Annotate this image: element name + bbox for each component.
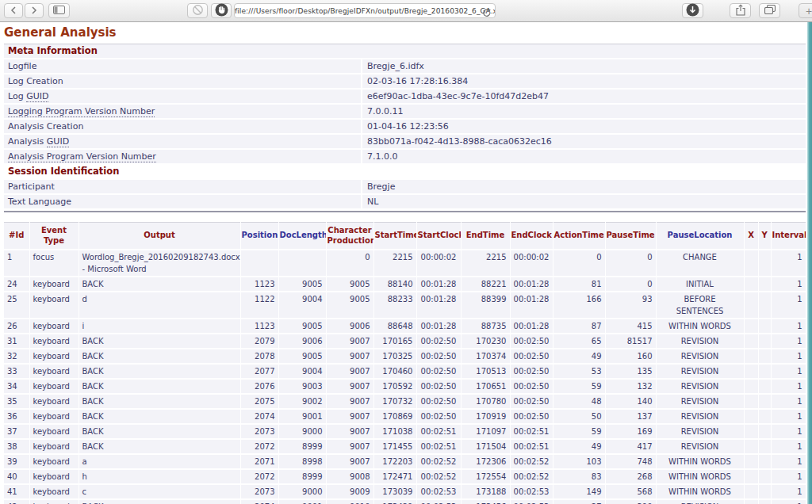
sidebar-button[interactable] <box>48 3 70 18</box>
cell-character-production: 9007 <box>326 349 373 364</box>
cell-y <box>758 409 771 424</box>
info-row: Analysis GUID83bb071a-f042-4d13-8988-cac… <box>4 135 806 150</box>
cell-pauselocation: REVISION <box>656 334 744 349</box>
cell-position: 2076 <box>240 379 278 394</box>
column-header-character-production: Character Production <box>326 223 373 250</box>
share-button[interactable] <box>730 3 751 18</box>
cell-doclength: 9006 <box>278 334 326 349</box>
cell-x <box>744 250 758 277</box>
cell--id: 42 <box>4 499 29 504</box>
cell-y <box>758 292 771 319</box>
cell-starttime: 173429 <box>373 499 416 504</box>
cell-x <box>744 349 758 364</box>
section-divider <box>4 211 806 212</box>
event-row: 35keyboardBACK20759002900717073200:02:50… <box>4 394 806 409</box>
cell-endclock: 00:00:02 <box>510 250 553 277</box>
scrollbar-strip[interactable] <box>807 22 812 504</box>
cell-position: 1123 <box>240 319 278 334</box>
cell-starttime: 172471 <box>373 469 416 484</box>
hand-blocker-button[interactable] <box>211 3 232 18</box>
cell-starttime: 88648 <box>373 319 416 334</box>
cell-output: BACK <box>79 277 240 292</box>
browser-toolbar: file:///Users/floor/Desktop/BregjeIDFXn/… <box>0 0 812 22</box>
cell-x <box>744 424 758 439</box>
cell-x <box>744 439 758 454</box>
cell-interval: 1 <box>771 250 806 277</box>
cell-output: BACK <box>79 349 240 364</box>
cell-y <box>758 349 771 364</box>
cell-pauselocation: CHANGE <box>656 250 744 277</box>
cell-endclock: 00:02:50 <box>510 379 553 394</box>
column-header-endtime: EndTime <box>461 223 510 250</box>
cell-pausetime: 268 <box>605 469 656 484</box>
cell-y <box>758 499 771 504</box>
cell-endtime: 173188 <box>461 484 510 499</box>
cell-position: 2072 <box>240 439 278 454</box>
cell-doclength: 9002 <box>278 394 326 409</box>
event-row: 34keyboardBACK20769003900717059200:02:50… <box>4 379 806 394</box>
cell-y <box>758 454 771 469</box>
info-label: Text Language <box>4 195 362 208</box>
cell-endtime: 2215 <box>461 250 510 277</box>
cell-pausetime: 140 <box>605 394 656 409</box>
info-value: Bregje <box>362 180 806 193</box>
cell-y <box>758 379 771 394</box>
forward-button[interactable] <box>25 3 44 18</box>
cell-x <box>744 484 758 499</box>
cell-position: 2071 <box>240 454 278 469</box>
cell-endtime: 88221 <box>461 277 510 292</box>
info-row: Analysis Creation01-04-16 12:23:56 <box>4 120 806 135</box>
address-bar[interactable]: file:///Users/floor/Desktop/BregjeIDFXn/… <box>234 3 496 18</box>
cell-endclock: 00:02:52 <box>510 469 553 484</box>
cell-y <box>758 394 771 409</box>
content-blocker-button[interactable] <box>187 3 208 18</box>
cell-doclength: 9005 <box>278 319 326 334</box>
cell-position: 2074 <box>240 409 278 424</box>
cell-pauselocation: REVISION <box>656 349 744 364</box>
info-value: 7.1.0.0 <box>362 150 806 163</box>
cell-starttime: 170325 <box>373 349 416 364</box>
info-value: 01-04-16 12:23:56 <box>362 120 806 133</box>
cell-endtime: 172554 <box>461 469 510 484</box>
cell-doclength: 9001 <box>278 499 326 504</box>
info-label: Log GUID <box>4 90 362 103</box>
column-header-y: Y <box>758 223 771 250</box>
cell-doclength: 9001 <box>278 409 326 424</box>
cell-event-type: keyboard <box>29 469 79 484</box>
cell-startclock: 00:02:53 <box>416 484 461 499</box>
new-tab-button[interactable]: + <box>799 3 812 18</box>
info-row: Log GUIDe6ef90ac-1dba-43ec-9c7e-10fd47d2… <box>4 90 806 105</box>
cell-pausetime: 169 <box>605 424 656 439</box>
downloads-button[interactable] <box>682 3 703 18</box>
cell-output: BACK <box>79 379 240 394</box>
column-header-actiontime: ActionTime <box>553 223 605 250</box>
cell-pauselocation: INITIAL <box>656 277 744 292</box>
reload-icon[interactable] <box>482 6 491 21</box>
cell-character-production: 9007 <box>326 439 373 454</box>
cell-starttime: 170869 <box>373 409 416 424</box>
meta-section-title: Meta Information <box>8 45 98 56</box>
tabs-icon <box>764 5 776 17</box>
cell-doclength: 9005 <box>278 277 326 292</box>
column-header-interval: Interval <box>771 223 806 250</box>
column-header-startclock: StartClock <box>416 223 461 250</box>
cell-endclock: 00:02:52 <box>510 454 553 469</box>
cell-character-production: 9007 <box>326 409 373 424</box>
cell-starttime: 171455 <box>373 439 416 454</box>
cell-pausetime: 81517 <box>605 334 656 349</box>
cell-endclock: 00:02:50 <box>510 334 553 349</box>
cell--id: 25 <box>4 292 29 319</box>
cell-endtime: 170780 <box>461 394 510 409</box>
show-all-tabs-button[interactable] <box>759 3 780 18</box>
cell-starttime: 171038 <box>373 424 416 439</box>
cell-endtime: 88399 <box>461 292 510 319</box>
back-button[interactable] <box>4 3 23 18</box>
column-header-pauselocation: PauseLocation <box>656 223 744 250</box>
meta-section-header: Meta Information <box>4 44 806 59</box>
cell-character-production: 9007 <box>326 379 373 394</box>
cell-position: 2078 <box>240 349 278 364</box>
cell-position: 1122 <box>240 292 278 319</box>
column-header-x: X <box>744 223 758 250</box>
cell-position: 2075 <box>240 394 278 409</box>
cell-pauselocation: REVISION <box>656 409 744 424</box>
